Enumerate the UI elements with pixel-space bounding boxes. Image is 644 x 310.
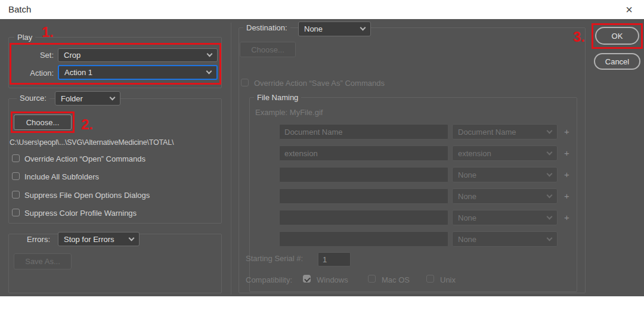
suppress-color-warnings-checkbox[interactable] [12,209,20,216]
title-bar: Batch × [0,0,644,19]
cancel-button[interactable]: Cancel [594,53,640,70]
chevron-down-icon [129,235,135,241]
chevron-down-icon [547,235,553,241]
ok-button[interactable]: OK [595,27,639,45]
play-group-label: Play [14,33,35,42]
compat-unix-checkbox [426,275,434,283]
naming-select-3: None [452,167,558,182]
naming-select-2: extension [452,145,558,161]
naming-select-1: Document Name [452,124,558,140]
naming-row: None + [279,167,577,182]
window-title: Batch [8,4,31,14]
annotation-step-1: 1. [42,24,54,41]
action-label: Action: [18,69,54,78]
suppress-open-dialogs-checkbox[interactable] [12,191,20,199]
dialog-body: Play Set: Crop Action: Action 1 1. Sourc… [0,19,644,296]
naming-row: None + [279,210,577,225]
naming-field-5 [279,210,448,225]
compatibility-label: Compatibility: [246,275,292,284]
play-group [8,37,222,88]
errors-label: Errors: [24,235,53,244]
set-label: Set: [18,51,54,60]
naming-row: None + [279,188,577,204]
naming-select-3-value: None [458,170,476,179]
override-save-as-label: Override Action “Save As” Commands [254,79,385,88]
naming-select-5: None [452,210,558,225]
naming-field-6 [279,231,448,247]
action-select[interactable]: Action 1 [58,65,218,80]
close-icon[interactable]: × [620,1,638,18]
compat-macos-checkbox [368,275,376,283]
compat-unix-label: Unix [440,275,456,284]
naming-select-6-value: None [458,235,476,244]
chevron-down-icon [547,128,553,134]
annotation-step-2: 2. [81,116,93,133]
chevron-down-icon [360,25,366,31]
add-row-icon: + [564,126,569,137]
save-as-button: Save As... [14,253,72,269]
file-naming-label: File Naming [254,93,301,102]
chevron-down-icon [207,51,213,57]
chevron-down-icon [110,94,116,100]
suppress-open-dialogs-label: Suppress File Open Options Dialogs [24,191,150,200]
naming-select-1-value: Document Name [458,128,516,137]
starting-serial-label: Starting Serial #: [246,254,303,263]
errors-select[interactable]: Stop for Errors [58,232,140,246]
file-naming-example: Example: MyFile.gif [255,108,323,117]
destination-choose-button: Choose... [240,42,296,57]
annotation-step-3: 3. [573,29,585,45]
source-select[interactable]: Folder [55,91,120,106]
source-select-value: Folder [61,94,83,103]
destination-select[interactable]: None [298,21,371,36]
chevron-down-icon [547,170,553,176]
naming-select-6: None [452,231,558,247]
batch-dialog: Batch × Play Set: Crop Action: Action 1 … [0,0,644,310]
source-label: Source: [17,94,49,103]
add-row-icon: + [564,148,569,158]
compat-windows-label: Windows [317,275,348,284]
naming-row: None [279,231,577,247]
naming-select-5-value: None [458,213,476,222]
include-subfolders-label: Include All Subfolders [24,172,99,181]
naming-row: extension extension + [279,145,577,161]
set-select[interactable]: Crop [58,48,218,62]
naming-field-4 [279,188,448,204]
naming-select-2-value: extension [458,149,491,158]
compat-windows-checkbox [303,275,311,283]
naming-select-4: None [452,188,558,204]
destination-select-value: None [304,24,323,33]
naming-field-3 [279,167,448,182]
naming-field-2: extension [279,145,448,161]
chevron-down-icon [547,192,553,198]
panel-divider [231,23,231,294]
add-row-icon: + [564,212,569,222]
source-choose-button[interactable]: Choose... [14,114,72,130]
add-row-icon: + [564,191,569,201]
override-open-checkbox[interactable] [12,154,20,162]
compat-macos-label: Mac OS [382,275,410,284]
source-path: C:\Users\peopl\...\SVG\AlternativeMedici… [10,138,174,147]
naming-field-1: Document Name [279,124,448,140]
destination-label: Destination: [243,23,290,32]
add-row-icon: + [564,169,569,179]
errors-select-value: Stop for Errors [64,235,114,244]
override-open-label: Override Action “Open” Commands [24,154,145,163]
file-naming-rows: Document Name Document Name + extension … [279,124,577,250]
chevron-down-icon [547,213,553,219]
naming-row: Document Name Document Name + [279,124,577,140]
set-select-value: Crop [64,51,80,60]
override-save-as-checkbox [241,79,249,86]
chevron-down-icon [547,149,553,155]
action-select-value: Action 1 [64,68,92,77]
chevron-down-icon [206,69,212,75]
suppress-color-warnings-label: Suppress Color Profile Warnings [24,209,137,218]
starting-serial-input: 1 [318,252,351,266]
naming-select-4-value: None [458,192,476,201]
include-subfolders-checkbox[interactable] [12,172,20,180]
